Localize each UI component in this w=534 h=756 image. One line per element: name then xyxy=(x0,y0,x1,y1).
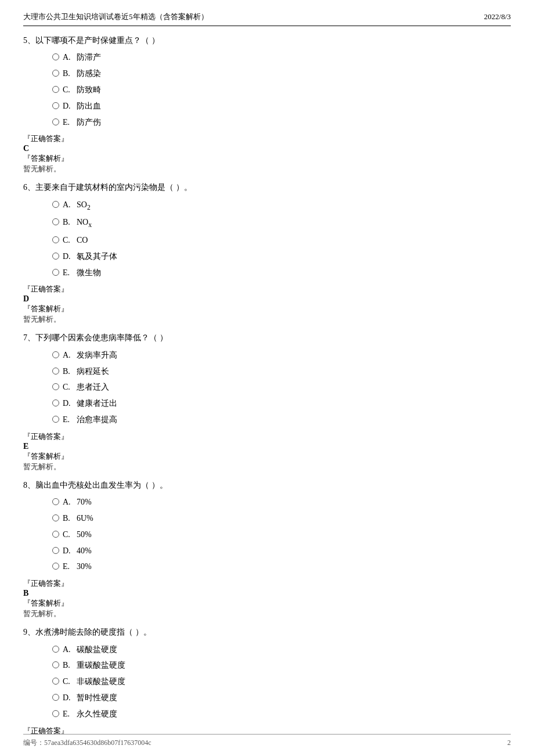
question-text-5: 5、以下哪项不是产时保健重点？（ ） xyxy=(23,34,511,47)
option-label: C. xyxy=(63,380,77,394)
analysis-tag: 『答案解析』 xyxy=(23,451,511,462)
radio-icon[interactable] xyxy=(52,710,59,717)
option-row: C.防致畸 xyxy=(52,83,511,97)
option-text: 30% xyxy=(77,560,92,574)
analysis-value: 暂无解析。 xyxy=(23,609,511,619)
option-row: A.SO2 xyxy=(52,198,511,214)
option-label: E. xyxy=(63,266,77,280)
radio-icon[interactable] xyxy=(52,498,59,505)
radio-icon[interactable] xyxy=(52,70,59,77)
option-row: C.CO xyxy=(52,233,511,247)
option-text: 发病率升高 xyxy=(77,348,117,362)
option-row: B.NOx xyxy=(52,215,511,231)
option-text: 防出血 xyxy=(77,99,101,113)
option-text: 氡及其子体 xyxy=(77,250,117,264)
radio-icon[interactable] xyxy=(52,269,59,276)
option-row: B.6U% xyxy=(52,512,511,525)
radio-icon[interactable] xyxy=(52,351,59,358)
option-text: 防产伤 xyxy=(77,116,101,129)
option-label: D. xyxy=(63,544,77,558)
radio-icon[interactable] xyxy=(52,694,59,701)
option-label: B. xyxy=(63,658,77,672)
radio-icon[interactable] xyxy=(52,368,59,375)
page: 大理市公共卫生知识培训试卷近5年精选（含答案解析） 2022/8/3 5、以下哪… xyxy=(0,0,534,756)
option-label: A. xyxy=(63,198,77,212)
option-label: C. xyxy=(63,528,77,542)
option-text: 健康者迁出 xyxy=(77,397,117,411)
analysis-tag: 『答案解析』 xyxy=(23,598,511,609)
option-row: D.健康者迁出 xyxy=(52,397,511,411)
option-text: 防滞产 xyxy=(77,51,101,64)
question-5: 5、以下哪项不是产时保健重点？（ ）A.防滞产B.防感染C.防致畸D.防出血E.… xyxy=(23,34,511,174)
header-title: 大理市公共卫生知识培训试卷近5年精选（含答案解析） xyxy=(23,12,208,22)
question-8: 8、脑出血中壳核处出血发生率为（ ）。A.70%B.6U%C.50%D.40%E… xyxy=(23,479,511,619)
option-row: B.病程延长 xyxy=(52,365,511,379)
option-text: 非碳酸盐硬度 xyxy=(77,675,125,689)
option-row: C.非碳酸盐硬度 xyxy=(52,675,511,689)
option-text: NOx xyxy=(77,215,92,231)
option-label: B. xyxy=(63,512,77,525)
analysis-value: 暂无解析。 xyxy=(23,462,511,472)
footer-page: 2 xyxy=(507,739,511,747)
option-label: C. xyxy=(63,675,77,689)
option-label: C. xyxy=(63,83,77,97)
analysis-value: 暂无解析。 xyxy=(23,164,511,174)
option-label: E. xyxy=(63,413,77,427)
radio-icon[interactable] xyxy=(52,118,59,125)
radio-icon[interactable] xyxy=(52,563,59,570)
radio-icon[interactable] xyxy=(52,53,59,60)
radio-icon[interactable] xyxy=(52,646,59,653)
option-row: A.发病率升高 xyxy=(52,348,511,362)
option-row: A.70% xyxy=(52,495,511,509)
option-text: 患者迁入 xyxy=(77,380,109,394)
option-text: 防感染 xyxy=(77,67,101,81)
option-row: B.防感染 xyxy=(52,67,511,81)
option-text: 治愈率提高 xyxy=(77,413,117,427)
radio-icon[interactable] xyxy=(52,201,59,208)
option-text: 50% xyxy=(77,528,92,542)
analysis-tag: 『答案解析』 xyxy=(23,153,511,164)
radio-icon[interactable] xyxy=(52,86,59,93)
radio-icon[interactable] xyxy=(52,399,59,406)
page-footer: 编号：57aea3dfa6354630d86b07f17637004c 2 xyxy=(23,734,511,748)
option-row: E.治愈率提高 xyxy=(52,413,511,427)
analysis-value: 暂无解析。 xyxy=(23,314,511,325)
option-text: SO2 xyxy=(77,198,91,214)
option-text: 暂时性硬度 xyxy=(77,691,117,705)
radio-icon[interactable] xyxy=(52,383,59,390)
radio-icon[interactable] xyxy=(52,531,59,538)
option-row: B.重碳酸盐硬度 xyxy=(52,658,511,672)
answer-section-7: 『正确答案』E『答案解析』暂无解析。 xyxy=(23,431,511,472)
option-text: 70% xyxy=(77,495,92,509)
question-9: 9、水煮沸时能去除的硬度指（ ）。A.碳酸盐硬度B.重碳酸盐硬度C.非碳酸盐硬度… xyxy=(23,626,511,736)
option-label: E. xyxy=(63,707,77,721)
options-6: A.SO2B.NOxC.COD.氡及其子体E.微生物 xyxy=(52,198,511,280)
option-label: A. xyxy=(63,51,77,64)
option-text: 重碳酸盐硬度 xyxy=(77,658,125,672)
footer-code: 编号：57aea3dfa6354630d86b07f17637004c xyxy=(23,738,151,748)
radio-icon[interactable] xyxy=(52,416,59,423)
radio-icon[interactable] xyxy=(52,218,59,225)
radio-icon[interactable] xyxy=(52,514,59,521)
option-row: C.50% xyxy=(52,528,511,542)
radio-icon[interactable] xyxy=(52,547,59,554)
radio-icon[interactable] xyxy=(52,678,59,685)
option-text: CO xyxy=(77,233,88,247)
question-7: 7、下列哪个因素会使患病率降低？（ ）A.发病率升高B.病程延长C.患者迁入D.… xyxy=(23,332,511,471)
answer-value: B xyxy=(23,589,511,598)
radio-icon[interactable] xyxy=(52,661,59,668)
option-row: E.防产伤 xyxy=(52,116,511,129)
option-label: A. xyxy=(63,495,77,509)
radio-icon[interactable] xyxy=(52,253,59,260)
option-row: A.碳酸盐硬度 xyxy=(52,643,511,657)
option-label: A. xyxy=(63,643,77,657)
answer-section-5: 『正确答案』C『答案解析』暂无解析。 xyxy=(23,134,511,174)
answer-value: E xyxy=(23,442,511,451)
radio-icon[interactable] xyxy=(52,236,59,243)
answer-section-6: 『正确答案』D『答案解析』暂无解析。 xyxy=(23,284,511,325)
option-text: 病程延长 xyxy=(77,365,109,379)
option-label: D. xyxy=(63,397,77,411)
question-text-7: 7、下列哪个因素会使患病率降低？（ ） xyxy=(23,332,511,344)
options-8: A.70%B.6U%C.50%D.40%E.30% xyxy=(52,495,511,574)
radio-icon[interactable] xyxy=(52,102,59,109)
